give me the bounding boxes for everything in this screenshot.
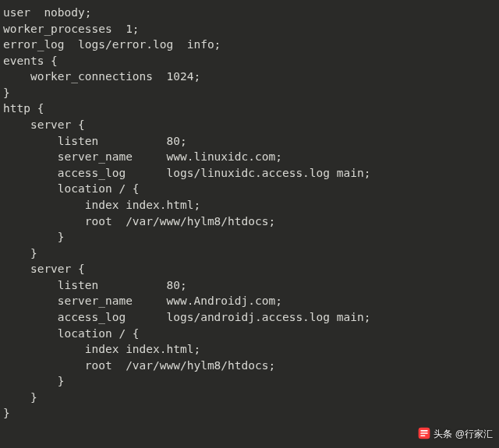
code-line: http { (3, 102, 44, 115)
code-line: server { (3, 263, 85, 275)
code-line: root /var/www/hylm8/htdocs; (3, 359, 275, 372)
svg-rect-3 (420, 435, 425, 436)
code-line: } (3, 86, 10, 99)
code-line: error_log logs/error.log info; (3, 38, 221, 51)
code-line: server_name www.Androidj.com; (3, 295, 282, 307)
code-line: root /var/www/hylm8/htdocs; (3, 215, 275, 228)
code-line: worker_processes 1; (3, 23, 140, 35)
code-line: } (3, 231, 65, 243)
code-line: index index.html; (3, 199, 200, 211)
code-line: index index.html; (3, 343, 200, 355)
code-line: worker_connections 1024; (3, 70, 200, 83)
code-line: listen 80; (3, 279, 187, 291)
code-line: } (3, 247, 37, 259)
svg-rect-2 (420, 432, 427, 434)
svg-rect-1 (420, 430, 427, 432)
code-block: user nobody; worker_processes 1; error_l… (0, 0, 499, 426)
code-line: user nobody; (3, 6, 92, 19)
code-line: server_name www.linuxidc.com; (3, 150, 282, 163)
watermark-author: @行家汇 (455, 428, 493, 441)
code-line: access_log logs/linuxidc.access.log main… (3, 167, 370, 179)
toutiao-icon (418, 427, 430, 442)
code-line: listen 80; (3, 135, 187, 147)
watermark-prefix: 头条 (434, 428, 452, 441)
watermark: 头条 @行家汇 (418, 427, 493, 442)
code-line: location / { (3, 327, 140, 340)
code-line: events { (3, 55, 58, 67)
code-line: access_log logs/androidj.access.log main… (3, 311, 370, 323)
code-line: server { (3, 118, 85, 131)
code-line: } (3, 407, 10, 419)
svg-rect-0 (418, 428, 430, 439)
code-line: location / { (3, 182, 140, 195)
code-line: } (3, 391, 37, 404)
code-line: } (3, 375, 65, 387)
